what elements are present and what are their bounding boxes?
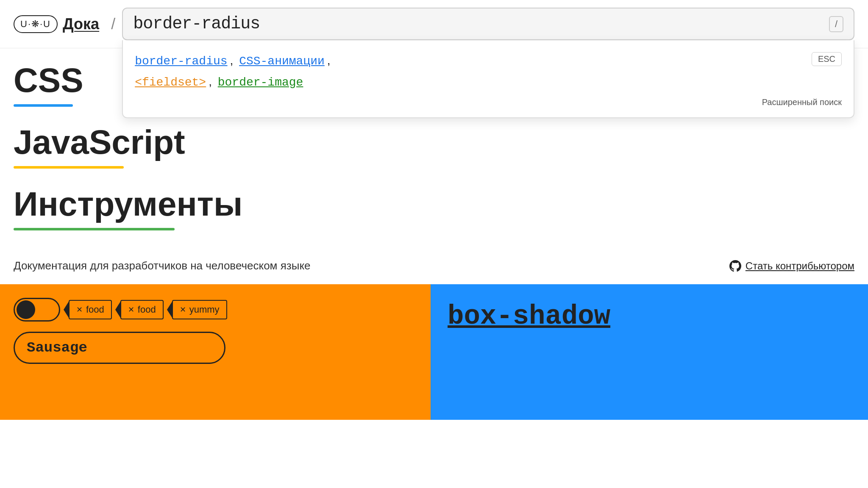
tools-section: Инструменты <box>14 186 854 230</box>
result-border-radius[interactable]: border-radius <box>135 55 227 68</box>
css-heading[interactable]: CSS <box>14 62 83 99</box>
tag-x-1: ✕ <box>76 305 83 314</box>
search-box[interactable]: border-radius / <box>122 8 854 40</box>
tag-x-2: ✕ <box>128 305 134 314</box>
dropdown-top: border-radius, CSS-анимации, <fieldset>,… <box>135 50 842 92</box>
toggle-switch[interactable] <box>14 298 60 322</box>
result-fieldset[interactable]: <fieldset> <box>135 76 206 89</box>
result-css-animations[interactable]: CSS-анимации <box>239 55 325 68</box>
esc-badge[interactable]: ESC <box>812 52 842 66</box>
site-name[interactable]: Дока <box>63 15 99 33</box>
javascript-section: JavaScript <box>14 124 854 169</box>
cards-row: ✕ food ✕ food ✕ yummy box-shadow <box>0 284 868 420</box>
tag-yummy-label: yummy <box>189 304 220 315</box>
box-shadow-title[interactable]: box-shadow <box>448 301 851 332</box>
dropdown-footer: Расширенный поиск <box>135 97 842 107</box>
dropdown-results: border-radius, CSS-анимации, <fieldset>,… <box>135 50 805 92</box>
tag-food-1[interactable]: ✕ food <box>69 300 112 319</box>
advanced-search-link[interactable]: Расширенный поиск <box>762 97 842 107</box>
tag-food-1-label: food <box>86 304 104 315</box>
card-blue: box-shadow <box>431 284 868 420</box>
logo-badge[interactable]: U·❋·U <box>14 15 58 33</box>
footer-tagline: Документация для разработчиков на челове… <box>14 259 311 272</box>
tools-heading[interactable]: Инструменты <box>14 186 242 223</box>
contribute-label: Стать контрибьютором <box>746 260 854 272</box>
sausage-input[interactable] <box>14 332 225 364</box>
footer-bar: Документация для разработчиков на челове… <box>0 247 868 284</box>
toggle-row: ✕ food ✕ food ✕ yummy <box>14 298 417 322</box>
tag-food-2[interactable]: ✕ food <box>120 300 164 319</box>
search-slash-badge: / <box>829 16 843 32</box>
header: U·❋·U Дока / border-radius / border-radi… <box>0 0 868 48</box>
css-underline <box>14 104 73 107</box>
javascript-heading[interactable]: JavaScript <box>14 124 185 161</box>
tools-underline <box>14 228 175 230</box>
search-query-text: border-radius <box>133 14 829 33</box>
card-orange: ✕ food ✕ food ✕ yummy <box>0 284 431 420</box>
breadcrumb-separator: / <box>111 15 115 33</box>
tag-x-3: ✕ <box>180 305 186 314</box>
github-icon <box>729 260 741 272</box>
toggle-knob <box>17 300 35 319</box>
tag-food-2-label: food <box>138 304 156 315</box>
tag-yummy[interactable]: ✕ yummy <box>172 300 227 319</box>
search-wrapper: border-radius / border-radius, CSS-анима… <box>122 8 854 40</box>
result-border-image[interactable]: border-image <box>218 76 303 89</box>
javascript-underline <box>14 166 124 169</box>
search-dropdown: border-radius, CSS-анимации, <fieldset>,… <box>122 40 854 118</box>
contribute-link[interactable]: Стать контрибьютором <box>729 260 854 272</box>
logo-area: U·❋·U Дока / <box>14 15 122 33</box>
